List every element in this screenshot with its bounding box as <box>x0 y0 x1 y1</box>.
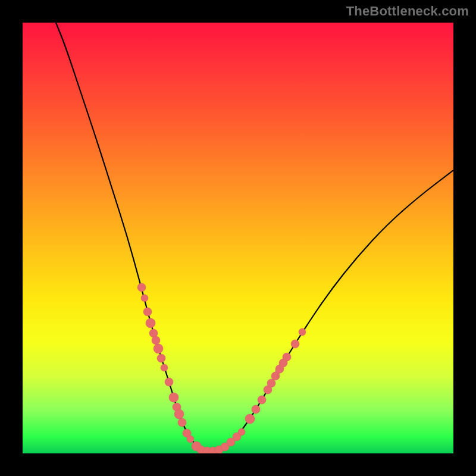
curve-marker <box>169 393 178 402</box>
v-curve-line <box>56 23 453 451</box>
curve-marker <box>178 418 186 427</box>
curve-marker <box>152 336 160 345</box>
curve-marker <box>146 318 155 328</box>
curve-marker <box>157 354 165 362</box>
curve-marker <box>165 378 173 386</box>
curve-marker <box>238 428 245 436</box>
curve-marker <box>143 308 152 316</box>
curve-marker <box>252 405 260 414</box>
curve-marker <box>154 344 163 353</box>
curve-marker <box>174 409 184 419</box>
curve-marker <box>187 436 194 443</box>
chart-frame: TheBottleneck.com <box>0 0 476 476</box>
curve-marker <box>161 364 168 371</box>
curve-marker <box>291 340 299 348</box>
chart-svg <box>23 23 453 453</box>
curve-marker <box>258 396 266 404</box>
curve-marker <box>245 414 255 424</box>
curve-marker <box>273 372 279 378</box>
plot-area <box>23 23 453 453</box>
curve-marker <box>267 379 275 387</box>
curve-marker <box>283 353 291 361</box>
curve-marker <box>141 295 148 302</box>
watermark-text: TheBottleneck.com <box>346 4 469 19</box>
curve-markers <box>137 283 306 453</box>
curve-marker <box>137 283 146 292</box>
curve-marker <box>299 328 306 336</box>
